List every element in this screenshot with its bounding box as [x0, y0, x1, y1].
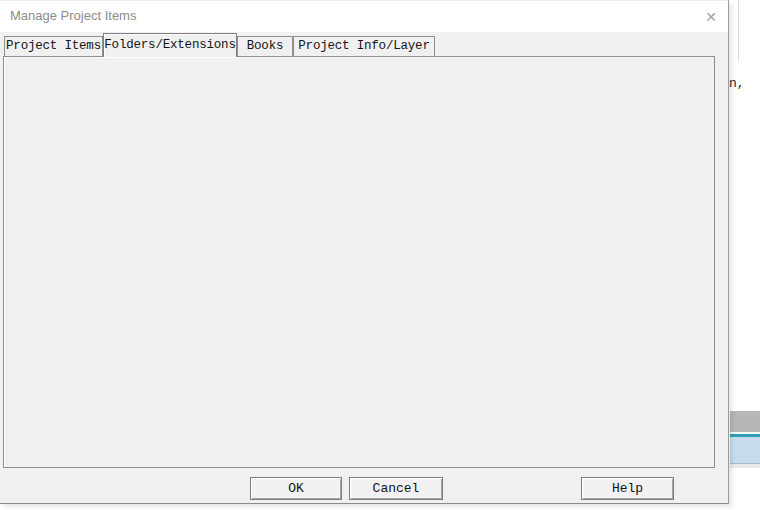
ok-button[interactable]: OK — [250, 477, 342, 500]
background-window-border — [738, 0, 739, 62]
title-bar[interactable]: Manage Project Items ✕ — [0, 0, 728, 32]
close-icon[interactable]: ✕ — [696, 5, 726, 29]
tab-project-info-layer[interactable]: Project Info/Layer — [293, 36, 435, 56]
background-window-fragment — [730, 464, 760, 468]
tab-folders-extensions[interactable]: Folders/Extensions — [103, 33, 237, 57]
dialog-title: Manage Project Items — [10, 8, 136, 23]
help-button[interactable]: Help — [581, 477, 674, 500]
manage-project-items-dialog: Manage Project Items ✕ Project Items Fol… — [0, 0, 729, 504]
background-editor-text: n, — [729, 76, 745, 91]
tab-books[interactable]: Books — [237, 36, 293, 56]
background-window-fragment — [730, 411, 760, 432]
tab-project-items[interactable]: Project Items — [4, 36, 103, 56]
cancel-button[interactable]: Cancel — [349, 477, 443, 500]
background-window-fragment — [730, 437, 760, 464]
folders-extensions-panel — [3, 56, 715, 468]
